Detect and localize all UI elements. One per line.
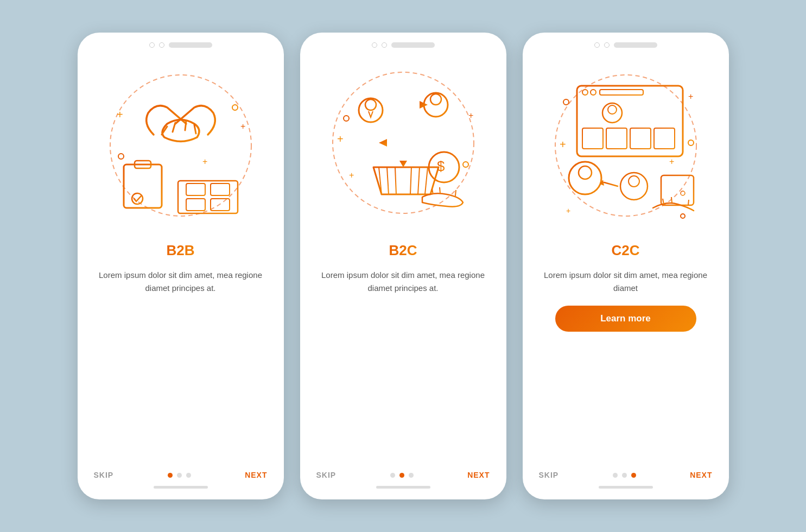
c2c-skip[interactable]: SKIP xyxy=(539,471,559,479)
svg-point-60 xyxy=(608,105,617,114)
b2c-next[interactable]: NEXT xyxy=(467,471,490,479)
svg-text:+: + xyxy=(349,170,354,180)
svg-rect-58 xyxy=(600,90,643,95)
svg-line-4 xyxy=(194,125,196,134)
phone-b2c: $ + + + B2C Lorem ipsum dolor sit dim am… xyxy=(300,33,506,499)
svg-text:+: + xyxy=(117,109,123,121)
svg-point-57 xyxy=(591,90,596,95)
b2c-nav: SKIP NEXT xyxy=(300,471,506,479)
c2c-illustration: + + + + xyxy=(539,59,713,232)
svg-rect-65 xyxy=(606,128,627,149)
b2c-dots xyxy=(390,473,414,478)
svg-rect-64 xyxy=(582,128,603,149)
phone-top-bar-c2c xyxy=(594,42,657,48)
phone-circle-2 xyxy=(159,42,164,48)
phone-circle-4 xyxy=(382,42,387,48)
svg-marker-32 xyxy=(379,139,387,147)
svg-text:+: + xyxy=(566,206,570,215)
svg-text:+: + xyxy=(240,122,245,131)
phone-c2c: + + + + C2C Lorem ipsum dolor sit dim am… xyxy=(523,33,729,499)
svg-point-59 xyxy=(602,103,622,123)
phone-top-bar-b2b xyxy=(149,42,212,48)
svg-point-0 xyxy=(110,75,251,216)
svg-point-22 xyxy=(118,154,124,159)
phone-circle-6 xyxy=(604,42,610,48)
svg-point-90 xyxy=(688,140,694,145)
svg-text:+: + xyxy=(337,133,344,145)
svg-line-38 xyxy=(418,167,420,194)
svg-rect-66 xyxy=(630,128,651,149)
svg-rect-14 xyxy=(211,183,230,195)
svg-rect-13 xyxy=(186,183,205,195)
svg-point-28 xyxy=(430,94,441,105)
svg-line-74 xyxy=(604,182,618,186)
b2b-next[interactable]: NEXT xyxy=(245,471,267,479)
svg-line-84 xyxy=(688,200,689,205)
svg-text:$: $ xyxy=(437,158,445,174)
b2c-skip[interactable]: SKIP xyxy=(316,471,337,479)
b2b-body: Lorem ipsum dolor sit dim amet, mea regi… xyxy=(78,269,284,295)
svg-text:+: + xyxy=(202,157,207,166)
svg-point-71 xyxy=(579,166,592,179)
svg-line-39 xyxy=(425,167,428,194)
svg-rect-15 xyxy=(186,199,205,211)
phone-pill xyxy=(169,42,212,48)
phone-circle-5 xyxy=(594,42,600,48)
svg-text:+: + xyxy=(468,111,473,120)
c2c-next[interactable]: NEXT xyxy=(690,471,712,479)
phone-circle-3 xyxy=(372,42,377,48)
svg-line-82 xyxy=(671,197,672,202)
b2c-dot-1 xyxy=(399,473,404,478)
svg-rect-67 xyxy=(654,128,675,149)
svg-point-91 xyxy=(681,214,685,218)
b2c-home-indicator xyxy=(376,486,430,489)
phones-container: + + + B2B Lorem ipsum dolor sit dim amet… xyxy=(78,33,729,499)
c2c-dots xyxy=(613,473,636,478)
svg-line-81 xyxy=(663,199,664,204)
phone-pill-b2c xyxy=(391,42,435,48)
svg-line-3 xyxy=(185,121,186,130)
svg-point-51 xyxy=(463,162,468,167)
phone-circle-1 xyxy=(149,42,155,48)
svg-point-21 xyxy=(232,105,238,110)
c2c-home-indicator xyxy=(599,486,653,489)
c2c-nav: SKIP NEXT xyxy=(523,471,729,479)
c2c-dot-2 xyxy=(631,473,636,478)
svg-text:+: + xyxy=(669,157,674,166)
b2c-illustration: $ + + + xyxy=(316,59,490,232)
b2c-body: Lorem ipsum dolor sit dim amet, mea regi… xyxy=(300,269,506,295)
learn-more-button[interactable]: Learn more xyxy=(555,306,696,332)
svg-text:+: + xyxy=(688,92,693,101)
svg-line-34 xyxy=(387,167,389,194)
c2c-title: C2C xyxy=(611,242,639,259)
b2c-dot-0 xyxy=(390,473,395,478)
b2b-skip[interactable]: SKIP xyxy=(94,471,114,479)
svg-point-89 xyxy=(563,99,569,105)
phone-pill-c2c xyxy=(614,42,657,48)
phone-top-bar-b2c xyxy=(372,42,435,48)
b2c-title: B2C xyxy=(389,242,417,259)
c2c-body: Lorem ipsum dolor sit dim amet, mea regi… xyxy=(523,269,729,295)
c2c-dot-1 xyxy=(622,473,627,478)
svg-line-37 xyxy=(410,167,411,194)
b2b-dot-0 xyxy=(168,473,173,478)
svg-point-25 xyxy=(365,99,376,110)
svg-line-2 xyxy=(173,123,175,132)
phone-b2b: + + + B2B Lorem ipsum dolor sit dim amet… xyxy=(78,33,284,499)
b2b-dots xyxy=(168,473,191,478)
svg-line-47 xyxy=(455,190,456,196)
b2b-home-indicator xyxy=(154,486,208,489)
c2c-dot-0 xyxy=(613,473,618,478)
b2c-dot-2 xyxy=(409,473,414,478)
b2b-illustration: + + + xyxy=(94,59,268,232)
b2b-dot-2 xyxy=(186,473,191,478)
svg-point-56 xyxy=(582,90,588,95)
svg-marker-41 xyxy=(399,161,407,167)
svg-point-73 xyxy=(629,176,639,187)
svg-text:+: + xyxy=(560,138,566,150)
svg-point-52 xyxy=(344,116,349,121)
b2b-title: B2B xyxy=(166,242,194,259)
b2b-dot-1 xyxy=(177,473,182,478)
svg-line-45 xyxy=(440,187,440,193)
b2b-nav: SKIP NEXT xyxy=(78,471,284,479)
